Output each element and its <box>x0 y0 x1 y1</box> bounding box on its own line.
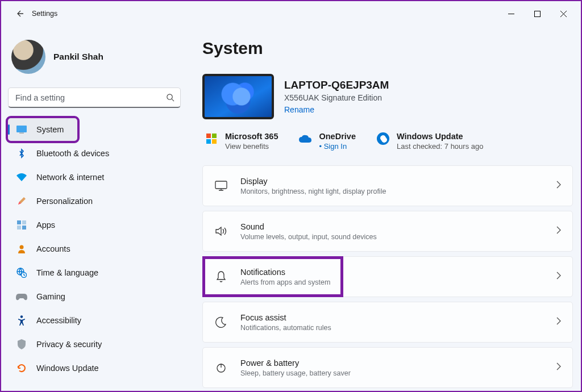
status-subtitle: Sign In <box>319 142 355 151</box>
windows-update-icon <box>16 363 27 373</box>
svg-rect-0 <box>534 11 540 16</box>
sidebar-item-label: Accessibility <box>36 316 81 325</box>
sidebar-item-label: Time & language <box>36 268 98 277</box>
microsoft-365-icon <box>205 132 218 145</box>
chevron-right-icon <box>556 181 561 191</box>
chevron-right-icon <box>556 317 561 327</box>
sidebar-item-label: Apps <box>36 220 55 230</box>
sidebar-item-label: System <box>36 125 64 134</box>
apps-icon <box>16 220 27 230</box>
profile[interactable]: Pankil Shah <box>11 40 181 74</box>
minimize-button[interactable] <box>498 5 524 23</box>
minimize-icon <box>508 11 514 17</box>
setting-title: Sound <box>240 222 545 231</box>
status-title: OneDrive <box>319 132 355 141</box>
svg-point-11 <box>20 315 23 318</box>
windows-update-status-icon <box>376 132 390 145</box>
device-info-row: LAPTOP-Q6EJP3AM X556UAK Signature Editio… <box>202 74 573 119</box>
settings-list: Display Monitors, brightness, night ligh… <box>202 165 573 388</box>
chevron-right-icon <box>556 272 561 282</box>
svg-rect-6 <box>17 226 21 230</box>
sidebar-item-system[interactable]: System <box>8 118 77 141</box>
sidebar-item-gaming[interactable]: Gaming <box>8 285 181 308</box>
back-button[interactable] <box>8 3 31 24</box>
setting-title: Notifications <box>240 268 545 277</box>
svg-rect-7 <box>22 226 26 230</box>
setting-title: Display <box>240 177 545 186</box>
setting-power-battery[interactable]: Power & battery Sleep, battery usage, ba… <box>202 347 573 388</box>
setting-display[interactable]: Display Monitors, brightness, night ligh… <box>202 165 573 206</box>
sidebar-item-bluetooth[interactable]: Bluetooth & devices <box>8 142 181 165</box>
status-microsoft-365[interactable]: Microsoft 365 View benefits <box>205 132 278 151</box>
maximize-button[interactable] <box>524 5 550 23</box>
status-title: Microsoft 365 <box>225 132 278 141</box>
setting-title: Power & battery <box>240 358 545 368</box>
sidebar-item-label: Bluetooth & devices <box>36 149 109 158</box>
display-icon <box>213 181 229 191</box>
close-icon <box>560 11 567 17</box>
setting-subtitle: Monitors, brightness, night light, displ… <box>240 187 545 195</box>
moon-icon <box>213 316 229 328</box>
search-input-container[interactable] <box>8 87 181 108</box>
accessibility-icon <box>16 315 27 326</box>
bell-icon <box>213 270 229 283</box>
setting-subtitle: Notifications, automatic rules <box>240 324 545 332</box>
onedrive-icon <box>298 132 312 145</box>
page-title: System <box>202 39 573 58</box>
status-row: Microsoft 365 View benefits OneDrive Sig… <box>202 132 573 151</box>
status-windows-update[interactable]: Windows Update Last checked: 7 hours ago <box>376 132 484 151</box>
system-icon <box>16 126 27 134</box>
setting-sound[interactable]: Sound Volume levels, output, input, soun… <box>202 211 573 252</box>
sidebar-item-privacy[interactable]: Privacy & security <box>8 333 181 356</box>
main-content: System LAPTOP-Q6EJP3AM X556UAK Signature… <box>190 26 581 391</box>
setting-subtitle: Sleep, battery usage, battery saver <box>240 369 545 377</box>
device-model: X556UAK Signature Edition <box>284 93 389 102</box>
sidebar-item-personalization[interactable]: Personalization <box>8 190 181 212</box>
search-input[interactable] <box>9 93 160 102</box>
bluetooth-icon <box>16 148 27 159</box>
svg-rect-2 <box>16 126 27 132</box>
setting-subtitle: Volume levels, output, input, sound devi… <box>240 233 545 241</box>
arrow-left-icon <box>15 9 24 18</box>
status-subtitle: Last checked: 7 hours ago <box>397 142 484 151</box>
sidebar-item-label: Accounts <box>36 244 70 253</box>
sidebar: Pankil Shah System Bluetooth & devices <box>1 26 190 391</box>
gaming-icon <box>16 293 27 301</box>
sidebar-item-time-language[interactable]: Time & language <box>8 261 181 284</box>
power-icon <box>213 362 229 373</box>
sidebar-item-label: Privacy & security <box>36 340 102 349</box>
svg-point-8 <box>20 245 24 249</box>
sidebar-item-accounts[interactable]: Accounts <box>8 237 181 260</box>
sidebar-item-windows-update[interactable]: Windows Update <box>8 357 181 380</box>
maximize-icon <box>534 11 541 17</box>
globe-clock-icon <box>16 268 27 278</box>
chevron-right-icon <box>556 362 561 373</box>
nav-list: System Bluetooth & devices Network & int… <box>8 118 181 380</box>
titlebar: Settings <box>1 1 581 26</box>
sound-icon <box>213 226 229 237</box>
rename-link[interactable]: Rename <box>284 105 389 114</box>
close-button[interactable] <box>550 5 576 23</box>
shield-icon <box>16 339 27 349</box>
sidebar-item-network[interactable]: Network & internet <box>8 166 181 189</box>
window-title: Settings <box>32 10 57 18</box>
svg-point-1 <box>167 94 172 99</box>
sidebar-item-label: Windows Update <box>36 364 99 373</box>
search-icon <box>160 93 180 102</box>
paintbrush-icon <box>16 196 27 206</box>
sidebar-item-label: Gaming <box>36 292 65 301</box>
sidebar-item-apps[interactable]: Apps <box>8 214 181 236</box>
svg-rect-12 <box>215 181 227 189</box>
status-subtitle: View benefits <box>225 142 278 151</box>
svg-rect-5 <box>22 220 26 224</box>
status-onedrive[interactable]: OneDrive Sign In <box>298 132 355 151</box>
sidebar-item-accessibility[interactable]: Accessibility <box>8 309 181 332</box>
device-thumbnail <box>202 74 274 119</box>
setting-subtitle: Alerts from apps and system <box>240 278 545 286</box>
setting-notifications[interactable]: Notifications Alerts from apps and syste… <box>202 256 573 297</box>
svg-rect-4 <box>17 220 21 224</box>
setting-title: Focus assist <box>240 313 545 322</box>
sidebar-item-label: Personalization <box>36 197 93 206</box>
setting-focus-assist[interactable]: Focus assist Notifications, automatic ru… <box>202 302 573 343</box>
device-name: LAPTOP-Q6EJP3AM <box>284 79 389 91</box>
